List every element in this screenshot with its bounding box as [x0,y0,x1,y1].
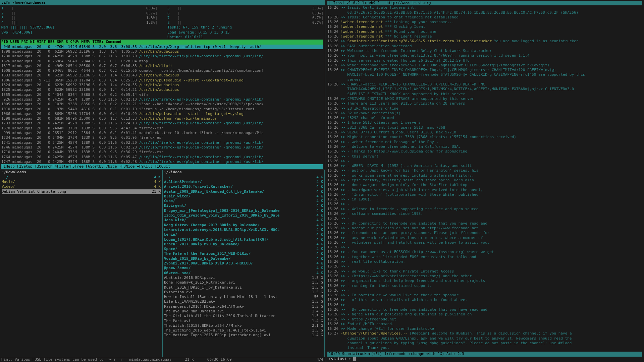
vifm-file-row[interactable]: Video/4 K [2,184,161,189]
htop-process-row[interactable]: 1733 mindaugas 20 0 2425M 457M 138M S 0.… [1,121,323,126]
irssi-input[interactable]: (status) » [327,357,642,361]
irssi-line: SAFELIST ELIST=CTU KNOCK are supported b… [327,92,642,97]
irssi-line: server [327,77,642,82]
irssi-line: 16:26 >> 28 IRC Operators online [327,106,642,111]
vifm-file-row[interactable]: Cube/4 K [164,199,323,203]
cpu-meter: 7[0.7%] [167,16,323,20]
irssi-line: 16:26 >> - WEBER, DAVID M. (1952-), an A… [327,164,642,168]
vifm-file-row[interactable]: Bone Tomahawk_2015_Rutracker.avi1.5 G [164,280,323,285]
irssi-line: 16:26 !weber.freenode.net *** Checking I… [327,24,642,29]
htop-process-row[interactable]: 1066 mindaugas 20 0 869M 15208 11704 S 0… [1,112,323,116]
htop-process-list[interactable]: 946 mindaugas 20 0 470M 142M 61340 S 2.0… [1,45,323,164]
vifm-file-row[interactable]: Arrival.2016.Torival.Rutracker/4 K [164,184,323,189]
htop-process-row[interactable]: 1825 mindaugas 20 0 622M 56932 33196 S 0… [1,87,323,92]
irssi-pane[interactable]: | Irssi v1.0.2-1+deb9u1 - http://www.irs… [325,0,644,362]
irssi-line: 16:26 >> - epic fantasy, military scifi … [327,178,642,183]
vifm-file-row[interactable]: Passengers.(2016).HDRip.x264.AFM.mkv1.5 … [164,304,323,309]
vifm-perms: -rw-r--r-- mindaugas:mindaugas [105,357,172,362]
irssi-line: 16:26 >> Your host is weber.freenode.net… [327,53,642,58]
irssi-line: 16:26 >> 5813 7368 Current local users 5… [327,125,642,130]
vifm-file-row[interactable]: Kong_Ostrov_Cherepa_2017_BDRip_by_Dalema… [164,223,323,228]
vifm-file-row[interactable]: The Girl with All the Gifts.2016.Torival… [164,314,323,318]
htop-process-row[interactable]: 1730 mindaugas 20 0 2425M 457M 138M S 0.… [1,54,323,59]
vifm-file-row[interactable]: Divirgent/4 K [164,203,323,208]
htop-process-row[interactable]: 1008 mindaugas 20 0 90468 8652 4644 S 0.… [1,68,323,73]
htop-process-row[interactable]: 1824 mindaugas 20 0 622M 56932 33196 S 0… [1,83,323,87]
htop-process-row[interactable]: 999 mindaugas 20 0 26512 2912 2584 S 0.0… [1,131,323,135]
vifm-file-row[interactable]: The Pack.avi1.4 G [164,319,323,323]
vifm-file-row[interactable]: Extortion.avi1.5 G [164,290,323,295]
htop-process-row[interactable]: 1764 mindaugas 20 0 2425M 457M 138M S 0.… [1,155,323,160]
htop-process-row[interactable]: 1006 mindaugas 9 -11 869M 15208 11704 S … [1,78,323,83]
irssi-line: 16:27 -ChanServ(ChanServ@services.)- [#d… [327,331,642,336]
vifm-file-row[interactable]: John_Wick/4 K [164,218,323,223]
htop-process-row[interactable]: 1005 mindaugas 20 0 103M 9388 8356 S 0.0… [1,102,323,107]
vifm-file-row[interactable]: How to Install i3wm on any Linux Mint 18… [164,295,323,299]
htop-process-row[interactable]: 1598 mindaugas 20 0 683M 68796 35000 S 0… [1,116,323,121]
irssi-line: 16:26 >> Mode change [+Zi] for user Scan… [327,326,642,331]
vifm-file-row[interactable]: The Fate of the Furious_2017_WEB-DLRip/4… [164,251,323,256]
irssi-line: 16:26 >> 48292 channels formed [327,116,642,120]
vifm-file-row[interactable]: The_Witching_2016_web-dlrip_[1.46]_[teko… [164,328,323,333]
htop-process-row[interactable]: 1747 mindaugas 20 0 2425M 457M 138M S 0.… [1,160,323,164]
vifm-file-row[interactable]: Music/4 K [2,180,161,184]
vifm-file-row[interactable]: Дрожь Земли/4 K [164,266,323,270]
irssi-line: 16:26 >> - [327,264,642,269]
irssi-line: 16:26 >> - this server! [327,154,642,159]
vifm-file-row[interactable]: Life by_IVAN@190282.mkv1.5 G [164,299,323,304]
htop-fkey-bar[interactable]: F1Help F2Setup F3SearchF4FilterF5Tree F6… [1,164,323,169]
vifm-right-pane[interactable]: ~/Videos ../4 K#.Alien&Predator/4 KArriv… [162,170,325,357]
vifm-file-row[interactable]: The_Vatican_Tapes_2015_BDRip_[rutracker.… [164,333,323,338]
irssi-line: 16:26 >> - together with like-minded FOS… [327,255,642,259]
irssi-line: 16:26 >> - freenode runs an open proxy s… [327,231,642,235]
vifm-file-row[interactable]: Space/4 K [164,247,323,251]
vifm-file-row[interactable]: ../4 K [164,175,323,180]
htop-process-row[interactable]: 926 mindaugas 20 0 2425M 457M 138M S 0.0… [1,97,323,102]
vifm-file-row[interactable]: #.Alien&Predator/4 K [164,180,323,184]
vifm-left-pane[interactable]: ~/Downloads ../4 KMusic/4 KVideo/4 KDebi… [0,170,162,357]
irssi-line: 16:26 >> - Thanks to https://www.cloudsi… [327,149,642,154]
vifm-file-row[interactable]: The.Witch.(2015).BDRip.x264.AFM.mkv2.1 G [164,323,323,328]
vifm-file-row[interactable]: ../4 K [2,175,161,180]
htop-process-row[interactable]: 946 mindaugas 20 0 470M 142M 61340 S 2.0… [1,45,323,49]
vifm-file-row[interactable]: Lekarstvo.ot.zdorovya.2016.DUAL.BDRip.Xv… [164,228,323,232]
vifm-file-row[interactable]: Duel'_2016_HDRip_iT_by_Dalemake.avi1.5 G [164,285,323,290]
htop-process-row[interactable]: 1710 mindaugas 20 0 2404M 373M 133M S 0.… [1,150,323,155]
vifm-file-row[interactable]: Debian-Vetorial-Character.png21 K [2,189,161,194]
htop-process-row[interactable]: 1746 mindaugas 20 0 2425M 457M 138M S 0.… [1,145,323,150]
vifm-file-row[interactable]: Proch'_2017_BDRip_MVO_by_Dalemake/4 K [164,242,323,247]
vifm-file-row[interactable]: The Bye Bye Man Unrated.avi1.4 G [164,309,323,314]
htop-process-row[interactable]: 1555 mindaugas 20 0 44048 8364 5888 S 0.… [1,93,323,97]
vifm-file-row[interactable]: Drugoy_mir_[Pentalogiya]_2003-2016_BDRip… [164,208,323,213]
cpu-meter: 3[|1.3%] [1,16,157,20]
vifm-file-row[interactable]: Vozduh_2015_BDRip_by_Dalemake/4 K [164,256,323,261]
htop-process-row[interactable]: 1833 mindaugas 20 0 622M 56932 33196 S 0… [1,73,323,78]
irssi-line: 16:26 >> - agree with our policies and g… [327,312,642,317]
vifm-file-row[interactable]: Abattoir.2016.BDRip.avi1.5 G [164,276,323,280]
vifm-file-row[interactable]: Izgoi_Odin_Zvezdnye_Voiny_Istorii_2016_B… [164,213,323,218]
htop-process-row[interactable]: 1798 mindaugas 20 0 622M 56932 33196 S 1… [1,49,323,54]
htop-process-row[interactable]: 1670 mindaugas 20 0 2404M 373M 133M S 0.… [1,126,323,131]
htop-header[interactable]: PID USER PRI NI VIRT RES SHR S CPU% MEM%… [1,40,323,44]
irssi-line: 16:26 >> CHANTYPES=# EXCEPTS INVEX CHANM… [327,68,642,72]
vifm-file-row[interactable]: Blair_witch/4 K [164,194,323,199]
irssi-line: 16:26 >> - weber.freenode.net Message of… [327,140,642,144]
htop-process-row[interactable]: 1741 mindaugas 20 0 2425M 457M 138M S 0.… [1,140,323,145]
irssi-line: 16:26 >> Welcome to the freenode Interne… [327,49,642,53]
htop-process-row[interactable]: 1010 mindaugas 20 0 97M 5440 4616 S 0.0 … [1,107,323,112]
vifm-file-row[interactable]: Zvonki.2017.DUAL.BDRip.XviD.AC3.-HQCLUB/… [164,261,323,266]
irssi-line: 16:26 >> Highest connection count: 7369 … [327,135,642,139]
vifm-file-row[interactable]: Avatar_2009_BDRip_[Extended_Cut]_by_Dale… [164,189,323,194]
htop-process-row[interactable]: 1734 mindaugas 20 0 2404M 373M 133M S 0.… [1,135,323,140]
vifm-file-row[interactable]: Lenin/4 K [164,232,323,237]
vifm-status-line: Hint: Various FUSE file-systems can be u… [0,357,325,362]
irssi-line: 16:26 >> 91268 97718 Current global user… [327,130,642,135]
htop-pane[interactable]: 1[0.0%]2[|0.7%]3[|1.3%]4[||1.3%] 5[|3.3%… [0,5,325,170]
htop-process-row[interactable]: 1626 mindaugas 20 0 25984 5040 2944 R 0.… [1,59,323,64]
htop-process-row[interactable]: 1817 mindaugas 20 0 496M 28544 20560 S 0… [1,64,323,68]
vifm-file-row[interactable]: Logan_(2017).HDRip.Dub.ac3.sub_[All.Film… [164,237,323,242]
irssi-line: 16:26 >> - (https://www.privateinterneta… [327,274,642,279]
irssi-line: 16:26 >> - of this server, details of wh… [327,298,642,302]
vifm-file-row[interactable]: Обитель зла/4 K [164,271,323,276]
irssi-line: 16:26 >> - [327,216,642,221]
